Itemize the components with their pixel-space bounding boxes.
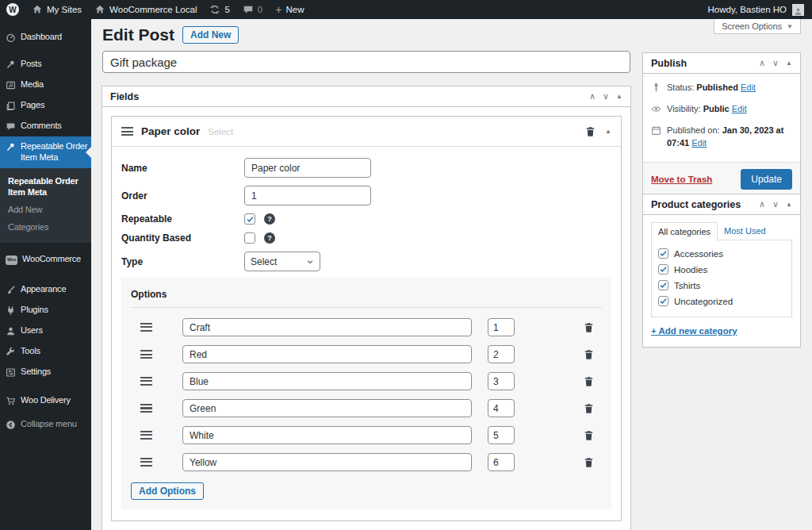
option-label-input[interactable] [182, 399, 472, 417]
edit-published-link[interactable]: Edit [691, 138, 707, 148]
add-options-button[interactable]: Add Options [131, 482, 204, 500]
chevron-down-icon: ▼ [787, 23, 793, 30]
tab-most-used[interactable]: Most Used [718, 222, 772, 240]
sidebar-item-woo-delivery[interactable]: Woo Delivery [0, 390, 91, 411]
category-checkbox[interactable] [658, 248, 668, 259]
option-label-input[interactable] [182, 345, 472, 363]
category-checkbox[interactable] [658, 280, 668, 290]
publish-metabox-title: Publish [651, 58, 759, 69]
option-order-input[interactable] [488, 318, 515, 336]
categories-metabox-header[interactable]: Product categories ∧ ∨ ▲ [643, 194, 800, 215]
my-sites-menu[interactable]: My Sites [25, 0, 88, 19]
category-checkbox[interactable] [658, 296, 668, 306]
submenu-item-repeatable-order-item-meta[interactable]: Repeatable Order Item Meta [0, 172, 91, 202]
move-down-icon[interactable]: ∨ [772, 59, 779, 67]
publish-metabox-header[interactable]: Publish ∧ ∨ ▲ [643, 53, 800, 74]
new-content-menu[interactable]: + New [269, 0, 310, 19]
sidebar-item-dashboard[interactable]: Dashboard [0, 27, 91, 48]
move-up-icon[interactable]: ∧ [759, 200, 765, 209]
quantity-based-checkbox[interactable] [244, 232, 255, 244]
option-order-input[interactable] [488, 345, 515, 363]
field-order-input[interactable] [244, 186, 371, 205]
sidebar-item-repeatable-order-item-meta[interactable]: Repeatable Order Item Meta [0, 136, 91, 168]
delete-field-icon[interactable] [584, 125, 596, 138]
sidebar-item-collapse-menu[interactable]: Collapse menu [0, 414, 91, 435]
edit-status-link[interactable]: Edit [741, 83, 756, 92]
settings-icon [6, 367, 16, 378]
move-to-trash-link[interactable]: Move to Trash [651, 175, 712, 184]
delete-option-icon[interactable] [583, 456, 595, 469]
delete-option-icon[interactable] [583, 321, 595, 334]
toggle-panel-icon[interactable]: ▲ [786, 202, 792, 208]
repeatable-checkbox[interactable] [244, 213, 255, 225]
sidebar-item-posts[interactable]: Posts [0, 54, 91, 75]
delete-option-icon[interactable] [583, 375, 595, 388]
sidebar-item-plugins[interactable]: Plugins [0, 300, 91, 321]
option-label-input[interactable] [182, 318, 472, 336]
submenu-item-add-new[interactable]: Add New [0, 201, 91, 218]
toggle-field-icon[interactable]: ▲ [605, 129, 611, 135]
sidebar-item-label: Posts [21, 59, 42, 70]
drag-handle-icon[interactable] [140, 350, 152, 359]
option-label-input[interactable] [182, 372, 472, 390]
move-down-icon[interactable]: ∨ [603, 92, 609, 101]
toggle-panel-icon[interactable]: ▲ [616, 94, 622, 100]
post-title-input[interactable] [102, 51, 630, 73]
drag-handle-icon[interactable] [121, 127, 133, 136]
sidebar-item-appearance[interactable]: Appearance [0, 279, 91, 300]
option-label-input[interactable] [182, 426, 472, 444]
help-icon[interactable]: ? [264, 213, 275, 225]
category-checkbox[interactable] [658, 264, 668, 275]
option-label-input[interactable] [182, 453, 472, 471]
field-type-select[interactable]: Select [244, 252, 320, 271]
sidebar-item-media[interactable]: Media [0, 75, 91, 95]
delete-option-icon[interactable] [583, 402, 595, 415]
tab-all-categories[interactable]: All categories [651, 222, 718, 240]
sidebar-item-woocommerce[interactable]: Woo WooCommerce [0, 249, 91, 270]
drag-handle-icon[interactable] [140, 431, 152, 440]
category-item: Hoodies [658, 264, 785, 275]
sidebar-item-comments[interactable]: Comments [0, 116, 91, 136]
updates-menu[interactable]: 5 [203, 0, 236, 19]
fields-metabox-header[interactable]: Fields ∧ ∨ ▲ [102, 86, 630, 107]
move-down-icon[interactable]: ∨ [772, 200, 779, 209]
add-new-post-button[interactable]: Add New [182, 26, 239, 44]
sidebar-item-label: Settings [21, 367, 51, 378]
media-icon [6, 80, 16, 90]
sidebar-item-label: Plugins [21, 305, 48, 316]
option-order-input[interactable] [488, 372, 515, 390]
drag-handle-icon[interactable] [140, 323, 152, 332]
sidebar-item-tools[interactable]: Tools [0, 341, 91, 362]
houses-icon [32, 4, 43, 15]
screen-options-tab[interactable]: Screen Options ▼ [714, 19, 801, 34]
option-order-input[interactable] [488, 453, 515, 471]
option-order-input[interactable] [488, 399, 515, 417]
move-up-icon[interactable]: ∧ [589, 92, 596, 101]
wp-logo-menu[interactable]: W [0, 0, 25, 19]
drag-handle-icon[interactable] [140, 458, 152, 467]
sidebar-item-users[interactable]: Users [0, 321, 91, 341]
my-account-menu[interactable]: Howdy, Bastien HO [708, 0, 812, 19]
option-order-input[interactable] [488, 426, 515, 444]
sidebar-item-settings[interactable]: Settings [0, 362, 91, 382]
edit-visibility-link[interactable]: Edit [732, 104, 747, 113]
toggle-panel-icon[interactable]: ▲ [786, 60, 792, 67]
comments-menu[interactable]: 0 [236, 0, 269, 19]
drag-handle-icon[interactable] [140, 404, 152, 413]
pages-icon [6, 101, 16, 111]
add-new-category-link[interactable]: + Add new category [651, 326, 737, 336]
new-label: New [285, 5, 304, 14]
move-up-icon[interactable]: ∧ [759, 59, 765, 67]
field-name-input[interactable] [244, 158, 371, 178]
site-name-menu[interactable]: WooCommerce Local [88, 0, 203, 19]
person-icon [794, 7, 802, 16]
help-icon[interactable]: ? [264, 232, 275, 244]
sidebar-item-pages[interactable]: Pages [0, 95, 91, 116]
delete-option-icon[interactable] [583, 348, 595, 361]
drag-handle-icon[interactable] [140, 377, 152, 386]
update-button[interactable]: Update [741, 169, 792, 190]
submenu-item-categories[interactable]: Categories [0, 218, 91, 236]
sidebar-item-label: Dashboard [21, 32, 62, 43]
calendar-icon [651, 125, 661, 136]
delete-option-icon[interactable] [583, 429, 595, 442]
